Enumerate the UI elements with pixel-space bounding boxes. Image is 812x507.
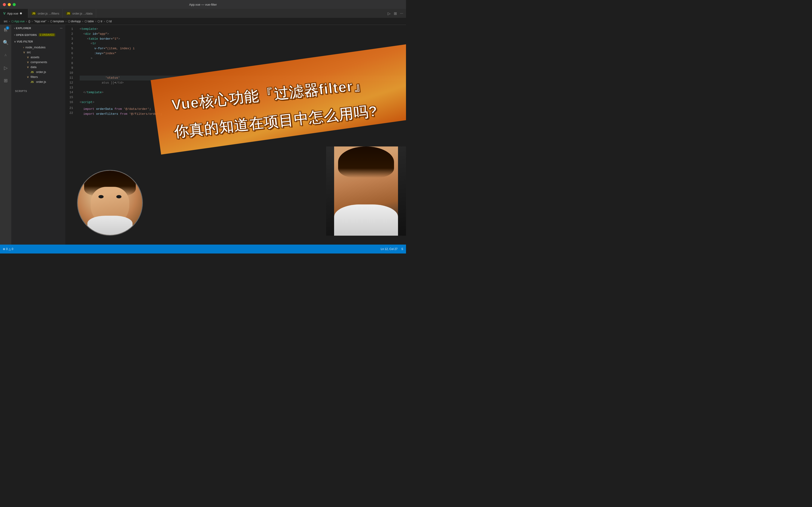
vue-icon: V <box>3 11 5 15</box>
tree-item-data[interactable]: ∨ data <box>11 64 65 69</box>
traffic-lights[interactable] <box>3 3 16 6</box>
tab-bar: V App.vue JS order.js .../filters JS ord… <box>0 9 406 18</box>
tree-item-filters[interactable]: ∨ filters <box>11 74 65 79</box>
tab-app-vue[interactable]: V App.vue <box>0 9 28 18</box>
breadcrumb: src › ⬡ App.vue › {} › "App.vue" › ⬡ tem… <box>0 18 406 25</box>
code-line-14: </template> <box>80 90 406 95</box>
code-line-9 <box>80 66 406 71</box>
error-number: 0 <box>6 247 8 251</box>
open-editors-label: OPEN EDITORS <box>16 34 37 36</box>
title-bar: App.vue — vue-filter <box>0 0 406 9</box>
code-line-1: <template> <box>80 27 406 32</box>
tree-item-node-modules[interactable]: › node_modules <box>11 45 65 50</box>
code-line-3: <table border="1"> <box>80 37 406 42</box>
tree-item-scripts: SCRIPTS <box>11 89 65 93</box>
maximize-button[interactable] <box>13 3 16 6</box>
activity-bar: ⎘ 1 🔍 ⑃ ▷ ⊞ <box>0 25 11 244</box>
code-line-8 <box>80 61 406 66</box>
breadcrumb-divapp[interactable]: ⬡ div#app <box>68 20 81 23</box>
scripts-label: SCRIPTS <box>15 90 27 93</box>
js-file-icon-order-data: JS <box>31 71 34 73</box>
activity-explorer[interactable]: ⎘ 1 <box>2 26 10 34</box>
cursor-position[interactable]: Ln 12, Col 27 <box>381 247 398 251</box>
components-label: components <box>31 60 47 64</box>
explorer-label: EXPLORER <box>16 27 31 30</box>
js-icon-2: JS <box>66 12 70 15</box>
activity-git[interactable]: ⑃ <box>2 51 10 59</box>
tree-item-assets[interactable]: ∨ assets <box>11 55 65 60</box>
code-line-6: :key="index" <box>80 51 406 56</box>
breadcrumb-braces[interactable]: {} <box>29 20 30 23</box>
code-line-21: import orderData from '@/data/order'; <box>80 107 406 112</box>
status-bar-right: Ln 12, Col 27 S <box>381 247 403 251</box>
breadcrumb-sep-2: › <box>26 20 27 23</box>
layout-icon[interactable]: ⊞ <box>394 11 397 16</box>
code-area[interactable]: <template> <div id="app"> <table border=… <box>76 25 406 244</box>
folder-open-icon-assets: ∨ <box>27 55 29 59</box>
sidebar: › EXPLORER ··· › OPEN EDITORS 1 UNSAVED … <box>11 25 65 244</box>
code-line-2: <div id="app"> <box>80 32 406 37</box>
folder-open-icon-filters: ∨ <box>27 75 29 78</box>
filters-label: filters <box>31 75 38 78</box>
code-line-7: > <box>80 56 406 61</box>
order-data-label: order.js <box>36 70 46 74</box>
tree-item-order-filters[interactable]: JS order.js <box>11 79 65 84</box>
tab-order-data[interactable]: JS order.js .../data <box>63 9 96 18</box>
activity-extensions[interactable]: ⊞ <box>2 76 10 84</box>
warning-triangle-icon: △ <box>9 247 11 251</box>
explorer-header[interactable]: › EXPLORER ··· <box>11 25 65 32</box>
node-modules-label: node_modules <box>26 46 45 49</box>
main-layout: ⎘ 1 🔍 ⑃ ▷ ⊞ › EXPLORER ··· › OPEN EDITOR… <box>0 25 406 244</box>
breadcrumb-src[interactable]: src <box>4 20 7 23</box>
breadcrumb-sep-8: › <box>104 20 105 23</box>
breadcrumb-appvue-str[interactable]: "App.vue" <box>34 20 47 23</box>
data-label: data <box>31 65 37 69</box>
encoding[interactable]: S <box>401 247 403 251</box>
warning-number: 0 <box>12 247 13 251</box>
code-line-10 <box>80 71 406 75</box>
editor[interactable]: 1 2 3 4 5 6 7 8 9 10 11 12 13 14 15 16 2… <box>65 25 406 244</box>
folder-open-icon-src: ∨ <box>23 50 26 54</box>
folder-closed-icon: › <box>23 46 24 49</box>
activity-debug[interactable]: ▷ <box>2 64 10 72</box>
breadcrumb-sep-5: › <box>65 20 66 23</box>
tab-order-filters[interactable]: JS order.js .../filters <box>28 9 63 18</box>
git-icon: ⑃ <box>4 53 7 57</box>
unsaved-indicator <box>20 12 22 14</box>
assets-label: assets <box>31 55 40 59</box>
code-line-13 <box>80 86 406 91</box>
error-count[interactable]: ⊗ 0 △ 0 <box>3 247 13 251</box>
close-button[interactable] <box>3 3 6 6</box>
open-editors-header[interactable]: › OPEN EDITORS 1 UNSAVED <box>11 32 65 38</box>
project-header[interactable]: ∨ VUE-FILTER <box>11 38 65 45</box>
code-line-5: v-for="(item, index) i <box>80 46 406 51</box>
breadcrumb-sep-7: › <box>95 20 96 23</box>
breadcrumb-sep-4: › <box>48 20 49 23</box>
src-label: src <box>27 50 31 54</box>
breadcrumb-template[interactable]: ⬡ template <box>50 20 64 23</box>
error-circle-icon: ⊗ <box>3 247 5 251</box>
more-icon[interactable]: ··· <box>400 11 403 15</box>
code-line-22: import orderFilters from '@/filters/orde… <box>80 112 406 117</box>
more-options-icon[interactable]: ··· <box>60 27 62 30</box>
breadcrumb-appvue[interactable]: ⬡ App.vue <box>11 20 25 23</box>
breadcrumb-sep-3: › <box>32 20 33 23</box>
project-label: VUE-FILTER <box>17 40 33 43</box>
tree-item-order-data[interactable]: JS order.js <box>11 69 65 74</box>
debug-icon: ▷ <box>4 65 7 71</box>
minimize-button[interactable] <box>8 3 11 6</box>
breadcrumb-table[interactable]: ⬡ table <box>85 20 94 23</box>
search-icon: 🔍 <box>3 40 9 45</box>
tree-item-components[interactable]: ∨ components <box>11 60 65 64</box>
tab-bar-actions: ▷ ⊞ ··· <box>385 9 406 18</box>
breadcrumb-tr[interactable]: ⬡ tr <box>98 20 102 23</box>
code-line-12: atus }}</td> <box>80 80 406 86</box>
editor-content: 1 2 3 4 5 6 7 8 9 10 11 12 13 14 15 16 2… <box>65 25 406 244</box>
activity-search[interactable]: 🔍 <box>2 39 10 47</box>
breadcrumb-td[interactable]: ⬡ td <box>106 20 112 23</box>
status-bar: ⊗ 0 △ 0 Ln 12, Col 27 S <box>0 244 406 253</box>
order-filters-label: order.js <box>36 80 46 83</box>
play-icon[interactable]: ▷ <box>388 11 391 16</box>
tree-item-src[interactable]: ∨ src <box>11 50 65 55</box>
code-line-15 <box>80 95 406 100</box>
